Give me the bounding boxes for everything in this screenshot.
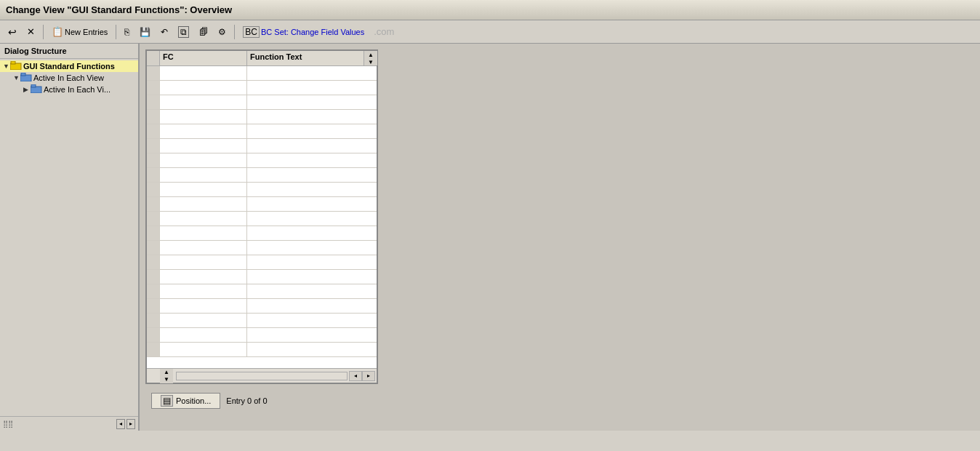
table-row[interactable] xyxy=(147,343,377,357)
row-function-text-2[interactable] xyxy=(247,81,377,95)
row-fc-5[interactable] xyxy=(160,124,247,138)
row-function-text-4[interactable] xyxy=(247,110,377,124)
new-entries-icon: 📋 xyxy=(52,26,63,37)
row-fc-18[interactable] xyxy=(160,314,247,327)
row-function-text-16[interactable] xyxy=(247,284,377,298)
row-function-text-9[interactable] xyxy=(247,183,377,196)
h-scrollbar-track[interactable] xyxy=(176,372,348,380)
row-function-text-12[interactable] xyxy=(247,226,377,240)
tree-item-active-each-view[interactable]: ▼ Active In Each View xyxy=(0,72,138,84)
row-num-5 xyxy=(147,124,160,138)
row-fc-4[interactable] xyxy=(160,110,247,124)
row-fc-2[interactable] xyxy=(160,81,247,95)
footer-scroll-left[interactable]: ◂ xyxy=(349,371,362,381)
row-fc-17[interactable] xyxy=(160,299,247,313)
row-function-text-10[interactable] xyxy=(247,197,377,211)
table-row[interactable] xyxy=(147,226,377,241)
folder-icon-1 xyxy=(10,61,22,71)
row-fc-1[interactable] xyxy=(160,66,247,80)
row-fc-11[interactable] xyxy=(160,212,247,226)
row-fc-6[interactable] xyxy=(160,139,247,153)
table-row[interactable] xyxy=(147,66,377,81)
table-row[interactable] xyxy=(147,270,377,284)
tree-item-active-each-vi2[interactable]: ▶ Active In Each Vi... xyxy=(0,84,138,95)
copy-button[interactable]: ⎘ xyxy=(121,25,133,39)
row-fc-20[interactable] xyxy=(160,343,247,356)
back-button[interactable]: ↩ xyxy=(4,24,20,40)
tree-item-active-each-vi2-label: Active In Each Vi... xyxy=(44,85,111,94)
row-num-19 xyxy=(147,328,160,342)
row-fc-9[interactable] xyxy=(160,183,247,196)
row-function-text-7[interactable] xyxy=(247,153,377,167)
config-button[interactable]: ⚙ xyxy=(214,25,230,39)
table-row[interactable] xyxy=(147,95,377,110)
copy2-button[interactable]: ⧉ xyxy=(174,24,193,40)
row-function-text-1[interactable] xyxy=(247,66,377,80)
row-fc-19[interactable] xyxy=(160,328,247,342)
table-row[interactable] xyxy=(147,168,377,183)
left-scroll-right[interactable]: ▸ xyxy=(126,419,135,429)
row-function-text-19[interactable] xyxy=(247,328,377,342)
table-row[interactable] xyxy=(147,284,377,299)
table-row[interactable] xyxy=(147,197,377,212)
table-row[interactable] xyxy=(147,139,377,153)
row-function-text-20[interactable] xyxy=(247,343,377,356)
row-function-text-15[interactable] xyxy=(247,270,377,284)
title-bar: Change View "GUI Standard Functions": Ov… xyxy=(0,0,980,20)
footer-scroll-v-btns: ▲ ▼ xyxy=(160,369,173,383)
row-function-text-8[interactable] xyxy=(247,168,377,182)
table-row[interactable] xyxy=(147,328,377,343)
row-function-text-5[interactable] xyxy=(247,124,377,138)
row-fc-14[interactable] xyxy=(160,255,247,269)
row-fc-16[interactable] xyxy=(160,284,247,298)
bcset-label: BC Set: Change Field Values xyxy=(261,28,364,36)
table-scroll-down[interactable]: ▼ xyxy=(364,58,377,65)
row-fc-13[interactable] xyxy=(160,241,247,255)
table-row[interactable] xyxy=(147,255,377,270)
table-scroll-up[interactable]: ▲ xyxy=(364,51,377,58)
row-fc-15[interactable] xyxy=(160,270,247,284)
doc-button[interactable]: 🗐 xyxy=(196,25,212,39)
row-function-text-11[interactable] xyxy=(247,212,377,226)
row-function-text-6[interactable] xyxy=(247,139,377,153)
tree-item-gui-standard-label: GUI Standard Functions xyxy=(23,62,115,71)
position-button[interactable]: ▤ Position... xyxy=(151,393,220,409)
table-row[interactable] xyxy=(147,183,377,197)
row-function-text-3[interactable] xyxy=(247,95,377,109)
undo-button[interactable]: ↶ xyxy=(157,25,172,39)
row-num-4 xyxy=(147,110,160,124)
row-function-text-17[interactable] xyxy=(247,299,377,313)
row-function-text-14[interactable] xyxy=(247,255,377,269)
footer-scroll-up[interactable]: ▲ xyxy=(160,369,173,376)
config-icon: ⚙ xyxy=(218,27,226,37)
row-fc-12[interactable] xyxy=(160,226,247,240)
footer-scroll-right[interactable]: ▸ xyxy=(362,371,375,381)
save-button[interactable]: 💾 xyxy=(136,25,154,39)
table-container: FC Function Text ▲ ▼ xyxy=(145,49,378,384)
row-function-text-13[interactable] xyxy=(247,241,377,255)
right-panel: FC Function Text ▲ ▼ xyxy=(140,44,980,431)
table-row[interactable] xyxy=(147,81,377,95)
row-fc-8[interactable] xyxy=(160,168,247,182)
new-entries-button[interactable]: 📋 New Entries xyxy=(48,24,111,39)
left-panel: Dialog Structure ▼ GUI Standard Function… xyxy=(0,44,140,431)
left-scroll-left[interactable]: ◂ xyxy=(116,419,125,429)
toolbar: ↩ ✕ 📋 New Entries ⎘ 💾 ↶ ⧉ 🗐 ⚙ BC BC Set:… xyxy=(0,20,980,44)
table-row[interactable] xyxy=(147,212,377,226)
bcset-button[interactable]: BC BC Set: Change Field Values xyxy=(239,24,368,40)
table-row[interactable] xyxy=(147,241,377,255)
table-row[interactable] xyxy=(147,110,377,124)
row-fc-10[interactable] xyxy=(160,197,247,211)
svg-rect-3 xyxy=(21,73,25,76)
footer-scroll-down[interactable]: ▼ xyxy=(160,376,173,383)
table-row[interactable] xyxy=(147,314,377,328)
exit-button[interactable]: ✕ xyxy=(23,24,39,39)
table-row[interactable] xyxy=(147,153,377,168)
table-row[interactable] xyxy=(147,299,377,314)
row-num-1 xyxy=(147,66,160,80)
row-function-text-18[interactable] xyxy=(247,314,377,327)
table-row[interactable] xyxy=(147,124,377,139)
tree-item-gui-standard[interactable]: ▼ GUI Standard Functions xyxy=(0,60,138,72)
row-fc-7[interactable] xyxy=(160,153,247,167)
row-fc-3[interactable] xyxy=(160,95,247,109)
